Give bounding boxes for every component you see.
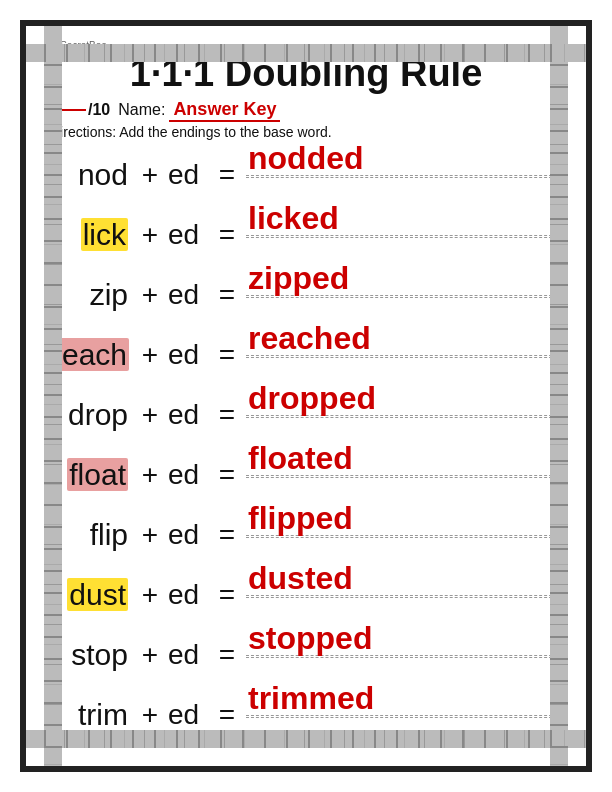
operator: + xyxy=(132,159,168,191)
word-row: lick + ed = licked xyxy=(50,206,562,264)
word-row: flip + ed = flipped xyxy=(50,506,562,564)
word-row: reach + ed = reached xyxy=(50,326,562,384)
word-rows-container: nod + ed = nodded lick + ed = licked zip… xyxy=(50,146,562,744)
ending: ed xyxy=(168,459,212,491)
answer-text: dusted xyxy=(248,560,353,597)
answer-line-bottom xyxy=(246,597,562,598)
answer-line-bottom xyxy=(246,297,562,298)
content-area: @SecretBee 1·1·1 Doubling Rule /10 Name:… xyxy=(44,40,568,744)
directions-text: Directions: Add the endings to the base … xyxy=(50,124,562,140)
equals-sign: = xyxy=(212,399,242,431)
highlight-yellow: dust xyxy=(67,578,128,611)
operator: + xyxy=(132,459,168,491)
watermark: @SecretBee xyxy=(50,40,562,51)
base-word: zip xyxy=(50,278,132,312)
word-row: trim + ed = trimmed xyxy=(50,686,562,744)
equals-sign: = xyxy=(212,339,242,371)
highlight-yellow: lick xyxy=(81,218,128,251)
base-word: lick xyxy=(50,218,132,252)
operator: + xyxy=(132,579,168,611)
answer-box: flipped xyxy=(242,531,562,539)
operator: + xyxy=(132,399,168,431)
word-row: float + ed = floated xyxy=(50,446,562,504)
base-word: flip xyxy=(50,518,132,552)
answer-box: dropped xyxy=(242,411,562,419)
page: @SecretBee 1·1·1 Doubling Rule /10 Name:… xyxy=(20,20,592,772)
operator: + xyxy=(132,279,168,311)
answer-text: flipped xyxy=(248,500,353,537)
ending: ed xyxy=(168,279,212,311)
answer-line-bottom xyxy=(246,177,562,178)
ending: ed xyxy=(168,519,212,551)
answer-text: reached xyxy=(248,320,371,357)
base-word: trim xyxy=(50,698,132,732)
answer-line-bottom xyxy=(246,717,562,718)
score-outof: /10 xyxy=(88,101,110,119)
answer-line-bottom xyxy=(246,537,562,538)
word-row: nod + ed = nodded xyxy=(50,146,562,204)
score-blank xyxy=(50,109,86,111)
equals-sign: = xyxy=(212,639,242,671)
ending: ed xyxy=(168,579,212,611)
equals-sign: = xyxy=(212,519,242,551)
answer-text: nodded xyxy=(248,140,364,177)
answer-box: floated xyxy=(242,471,562,479)
base-word: drop xyxy=(50,398,132,432)
answer-key-text: Answer Key xyxy=(169,99,280,122)
equals-sign: = xyxy=(212,159,242,191)
answer-box: nodded xyxy=(242,171,562,179)
word-row: stop + ed = stopped xyxy=(50,626,562,684)
operator: + xyxy=(132,339,168,371)
answer-box: reached xyxy=(242,351,562,359)
ending: ed xyxy=(168,339,212,371)
ending: ed xyxy=(168,699,212,731)
answer-text: licked xyxy=(248,200,339,237)
answer-box: stopped xyxy=(242,651,562,659)
answer-text: stopped xyxy=(248,620,372,657)
page-title: 1·1·1 Doubling Rule xyxy=(50,53,562,95)
ending: ed xyxy=(168,399,212,431)
equals-sign: = xyxy=(212,699,242,731)
equals-sign: = xyxy=(212,579,242,611)
equals-sign: = xyxy=(212,459,242,491)
base-word: stop xyxy=(50,638,132,672)
answer-text: floated xyxy=(248,440,353,477)
base-word: float xyxy=(50,458,132,492)
ending: ed xyxy=(168,159,212,191)
answer-text: trimmed xyxy=(248,680,374,717)
ending: ed xyxy=(168,219,212,251)
ending: ed xyxy=(168,639,212,671)
base-word: nod xyxy=(50,158,132,192)
operator: + xyxy=(132,699,168,731)
operator: + xyxy=(132,219,168,251)
word-row: dust + ed = dusted xyxy=(50,566,562,624)
operator: + xyxy=(132,519,168,551)
answer-box: licked xyxy=(242,231,562,239)
base-word: reach xyxy=(50,338,132,372)
answer-text: dropped xyxy=(248,380,376,417)
base-word: dust xyxy=(50,578,132,612)
word-row: drop + ed = dropped xyxy=(50,386,562,444)
answer-box: zipped xyxy=(242,291,562,299)
operator: + xyxy=(132,639,168,671)
answer-line-bottom xyxy=(246,417,562,418)
answer-text: zipped xyxy=(248,260,349,297)
answer-box: trimmed xyxy=(242,711,562,719)
highlight-pink: float xyxy=(67,458,128,491)
name-label: Name: xyxy=(118,101,165,119)
name-row: /10 Name: Answer Key xyxy=(50,99,562,122)
word-row: zip + ed = zipped xyxy=(50,266,562,324)
answer-line-bottom xyxy=(246,477,562,478)
answer-box: dusted xyxy=(242,591,562,599)
answer-line-bottom xyxy=(246,657,562,658)
highlight-pink: reach xyxy=(50,338,129,371)
answer-line-bottom xyxy=(246,237,562,238)
equals-sign: = xyxy=(212,219,242,251)
answer-line-bottom xyxy=(246,357,562,358)
equals-sign: = xyxy=(212,279,242,311)
